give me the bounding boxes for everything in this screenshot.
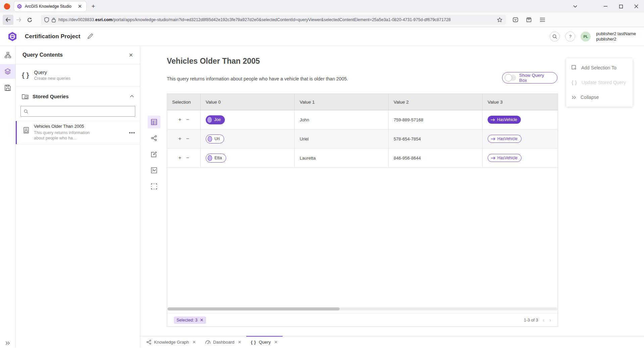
hamburger-menu-icon[interactable] (537, 15, 547, 24)
table-row[interactable]: +− Joe John 759-889-57168 HasVehicle (167, 110, 558, 129)
scrollbar-thumb[interactable] (167, 307, 340, 310)
remove-from-selection-icon[interactable]: − (186, 136, 189, 141)
expand-rail-icon[interactable] (0, 341, 15, 345)
search-input[interactable] (31, 109, 132, 114)
connection-lock-icon[interactable] (52, 17, 56, 22)
entity-pill[interactable]: Joe (206, 115, 225, 124)
window-close-button[interactable] (629, 0, 644, 13)
user-avatar[interactable]: PL (581, 32, 591, 42)
pocket-save-icon[interactable] (510, 15, 521, 24)
add-to-selection-icon[interactable]: + (178, 117, 181, 122)
column-header-value3[interactable]: Value 3 (483, 94, 558, 110)
add-to-selection-icon[interactable]: + (178, 136, 181, 141)
browser-tab-bar: ArcGIS Knowledge Studio ✕ + (0, 0, 644, 13)
url-text[interactable]: https://dev0028833.esri.com/portal/apps/… (58, 17, 494, 22)
new-query-item[interactable]: { } Query Create new queries (16, 64, 140, 86)
close-tab-icon[interactable]: ✕ (238, 340, 242, 345)
column-header-value0[interactable]: Value 0 (201, 94, 295, 110)
window-minimize-button[interactable] (598, 0, 613, 13)
column-header-value1[interactable]: Value 1 (295, 94, 389, 110)
toggle-knob (505, 74, 512, 81)
table-row[interactable]: +− Etta Lauretta 846-956-8644 HasVehicle (167, 149, 558, 168)
horizontal-scrollbar[interactable] (167, 307, 557, 310)
stored-query-description: This query returns information about peo… (34, 130, 94, 141)
firefox-icon[interactable] (3, 3, 11, 10)
stored-query-item[interactable]: Vehicles Older Than 2005 This query retu… (16, 121, 140, 144)
cell-value2[interactable]: 846-956-8644 (389, 149, 483, 167)
tab-close-icon[interactable]: ✕ (76, 3, 84, 10)
selected-count-chip[interactable]: Selected: 3✕ (174, 316, 206, 324)
next-page-icon[interactable]: › (549, 317, 551, 323)
window-maximize-button[interactable] (613, 0, 629, 13)
clear-selection-icon[interactable]: ✕ (200, 317, 204, 323)
marquee-select-icon[interactable] (148, 180, 160, 193)
tracking-protection-shield-icon[interactable] (44, 17, 49, 22)
help-button[interactable]: ? (565, 32, 575, 42)
braces-icon: { } (251, 340, 256, 345)
dashboard-icon (205, 340, 210, 345)
pagination-label: 1-3 of 3 (524, 318, 538, 323)
cell-value1[interactable]: John (295, 110, 389, 129)
bottom-tab-bar: Knowledge Graph✕ Dashboard✕ { } Query✕ (140, 336, 644, 348)
cell-value2[interactable]: 578-654-7854 (389, 129, 483, 148)
close-tab-icon[interactable]: ✕ (192, 340, 196, 345)
panel-close-icon[interactable]: ✕ (129, 52, 133, 58)
user-name-block[interactable]: publisher2 lastName publisher2 (596, 31, 636, 42)
remove-from-selection-icon[interactable]: − (186, 117, 189, 122)
close-tab-icon[interactable]: ✕ (274, 340, 278, 345)
remove-from-selection-icon[interactable]: − (186, 155, 189, 161)
tab-query[interactable]: { } Query✕ (246, 336, 283, 348)
query-item-subtitle: Create new queries (34, 76, 70, 81)
column-header-value2[interactable]: Value 2 (389, 94, 483, 110)
more-options-icon[interactable]: ••• (129, 130, 135, 135)
entity-pill[interactable]: Etta (206, 154, 226, 163)
table-empty-area (167, 168, 558, 307)
extensions-icon[interactable] (524, 15, 534, 24)
tab-dashboard[interactable]: Dashboard✕ (201, 336, 246, 348)
page-description: This query returns information about peo… (167, 76, 348, 81)
reload-button[interactable] (24, 15, 35, 25)
stored-query-title: Vehicles Older Than 2005 (34, 124, 94, 129)
chevron-up-icon[interactable] (130, 95, 134, 98)
relationship-pill[interactable]: HasVehicle (488, 154, 522, 162)
new-tab-button[interactable]: + (90, 3, 97, 10)
column-header-selection[interactable]: Selection (167, 94, 201, 110)
menu-item-add-selection-to[interactable]: Add Selection To (566, 60, 633, 75)
rail-save-icon[interactable] (0, 80, 15, 95)
entity-pill[interactable]: Uri (206, 134, 224, 143)
cell-value1[interactable]: Lauretta (295, 149, 389, 167)
rail-data-model-icon[interactable] (0, 48, 15, 62)
cell-value2[interactable]: 759-889-57168 (389, 110, 483, 129)
rail-layers-icon[interactable] (0, 64, 15, 79)
link-chart-icon[interactable] (148, 132, 160, 144)
knowledge-studio-logo[interactable] (7, 32, 17, 42)
stored-queries-header[interactable]: Stored Queries (16, 88, 140, 105)
toggle-switch[interactable] (505, 75, 516, 81)
tab-knowledge-graph[interactable]: Knowledge Graph✕ (142, 336, 201, 348)
back-button[interactable] (3, 15, 13, 25)
browser-tab[interactable]: ArcGIS Knowledge Studio ✕ (14, 1, 86, 11)
add-to-selection-icon[interactable]: + (178, 155, 181, 161)
menu-item-collapse[interactable]: Collapse (566, 90, 633, 105)
stored-queries-title: Stored Queries (33, 94, 126, 99)
menu-item-update-stored-query[interactable]: { } Update Stored Query (566, 75, 633, 90)
table-row[interactable]: +− Uri Uriel 578-654-7854 HasVehicle (167, 129, 558, 149)
list-tabs-icon[interactable] (569, 0, 581, 13)
edit-title-pencil-icon[interactable] (87, 34, 93, 39)
cell-value1[interactable]: Uriel (295, 129, 389, 148)
search-button[interactable] (550, 32, 560, 42)
edit-map-icon[interactable] (148, 148, 160, 161)
folder-icon (22, 94, 29, 99)
search-icon (24, 109, 28, 114)
url-bar[interactable]: https://dev0028833.esri.com/portal/apps/… (41, 15, 506, 25)
stored-queries-search[interactable] (20, 106, 135, 117)
previous-page-icon[interactable]: ‹ (543, 317, 544, 323)
show-query-box-toggle[interactable]: Show Query Box (502, 72, 557, 83)
user-name-line1: publisher2 lastName (596, 31, 636, 37)
relationship-pill[interactable]: HasVehicle (488, 116, 521, 124)
bookmark-star-icon[interactable] (497, 17, 502, 22)
table-view-icon[interactable] (148, 116, 160, 128)
chart-media-icon[interactable] (148, 164, 160, 177)
forward-button[interactable] (13, 15, 24, 25)
relationship-pill[interactable]: HasVehicle (488, 135, 522, 143)
